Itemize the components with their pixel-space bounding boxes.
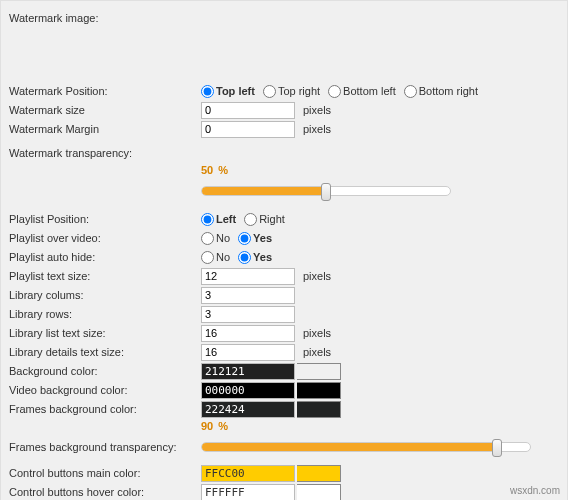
radio-auto-no[interactable]: No [201,251,230,264]
unit-pixels: pixels [303,327,331,339]
unit-pixels: pixels [303,104,331,116]
row-watermark-transparency: Watermark transparency: [9,144,559,162]
radio-over-yes[interactable]: Yes [238,232,272,245]
label-library-columns: Library colums: [9,289,201,301]
row-library-details-text-size: Library details text size: pixels [9,343,559,361]
row-watermark-position: Watermark Position: Top left Top right B… [9,82,559,100]
settings-panel: Watermark image: Watermark Position: Top… [0,0,568,500]
label-control-main-color: Control buttons main color: [9,467,201,479]
radio-bottom-left[interactable]: Bottom left [328,85,396,98]
input-control-hover-color[interactable] [201,484,295,501]
label-watermark-margin: Watermark Margin [9,123,201,135]
label-library-rows: Library rows: [9,308,201,320]
row-control-hover-color: Control buttons hover color: [9,483,559,500]
radio-over-yes-label: Yes [253,232,272,244]
swatch-background-color[interactable] [297,363,341,380]
label-control-hover-color: Control buttons hover color: [9,486,201,498]
row-video-background-color: Video background color: [9,381,559,399]
label-video-background-color: Video background color: [9,384,201,396]
row-playlist-position: Playlist Position: Left Right [9,210,559,228]
radio-left-label: Left [216,213,236,225]
label-watermark-position: Watermark Position: [9,85,201,97]
footer-watermark: wsxdn.com [510,485,560,496]
radio-left[interactable]: Left [201,213,236,226]
slider-watermark-transparency[interactable] [201,183,451,199]
value-watermark-transparency: 50 % [201,164,559,176]
row-playlist-over-video: Playlist over video: No Yes [9,229,559,247]
row-background-color: Background color: [9,362,559,380]
swatch-video-background-color[interactable] [297,382,341,399]
radio-auto-yes-label: Yes [253,251,272,263]
unit-pixels: pixels [303,346,331,358]
row-watermark-image: Watermark image: [9,9,559,27]
label-background-color: Background color: [9,365,201,377]
row-library-rows: Library rows: [9,305,559,323]
input-background-color[interactable] [201,363,295,380]
radio-top-right[interactable]: Top right [263,85,320,98]
radio-top-right-label: Top right [278,85,320,97]
radio-top-left-label: Top left [216,85,255,97]
label-frames-transparency: Frames background transparency: [9,441,201,453]
radio-auto-yes[interactable]: Yes [238,251,272,264]
label-watermark-image: Watermark image: [9,12,201,24]
label-library-details-text-size: Library details text size: [9,346,201,358]
input-library-rows[interactable] [201,306,295,323]
swatch-control-main-color[interactable] [297,465,341,482]
slider-frames-transparency[interactable] [201,439,531,455]
swatch-frames-background-color[interactable] [297,401,341,418]
row-watermark-margin: Watermark Margin pixels [9,120,559,138]
radio-top-left[interactable]: Top left [201,85,255,98]
input-library-list-text-size[interactable] [201,325,295,342]
row-control-main-color: Control buttons main color: [9,464,559,482]
radio-over-no-label: No [216,232,230,244]
input-library-columns[interactable] [201,287,295,304]
row-frames-background-color: Frames background color: [9,400,559,418]
input-playlist-text-size[interactable] [201,268,295,285]
input-frames-background-color[interactable] [201,401,295,418]
radio-bottom-right[interactable]: Bottom right [404,85,478,98]
label-playlist-text-size: Playlist text size: [9,270,201,282]
row-library-list-text-size: Library list text size: pixels [9,324,559,342]
label-playlist-over-video: Playlist over video: [9,232,201,244]
radio-right-label: Right [259,213,285,225]
row-playlist-text-size: Playlist text size: pixels [9,267,559,285]
row-library-columns: Library colums: [9,286,559,304]
value-frames-transparency: 90 % [201,420,559,432]
input-library-details-text-size[interactable] [201,344,295,361]
row-watermark-size: Watermark size pixels [9,101,559,119]
label-watermark-transparency: Watermark transparency: [9,147,201,159]
swatch-control-hover-color[interactable] [297,484,341,501]
label-library-list-text-size: Library list text size: [9,327,201,339]
row-frames-transparency: Frames background transparency: [9,438,559,456]
label-watermark-size: Watermark size [9,104,201,116]
input-watermark-margin[interactable] [201,121,295,138]
input-video-background-color[interactable] [201,382,295,399]
radio-right[interactable]: Right [244,213,285,226]
radio-over-no[interactable]: No [201,232,230,245]
radio-auto-no-label: No [216,251,230,263]
label-playlist-position: Playlist Position: [9,213,201,225]
input-control-main-color[interactable] [201,465,295,482]
input-watermark-size[interactable] [201,102,295,119]
row-playlist-auto-hide: Playlist auto hide: No Yes [9,248,559,266]
radio-bottom-right-label: Bottom right [419,85,478,97]
unit-pixels: pixels [303,270,331,282]
label-frames-background-color: Frames background color: [9,403,201,415]
radio-bottom-left-label: Bottom left [343,85,396,97]
unit-pixels: pixels [303,123,331,135]
label-playlist-auto-hide: Playlist auto hide: [9,251,201,263]
